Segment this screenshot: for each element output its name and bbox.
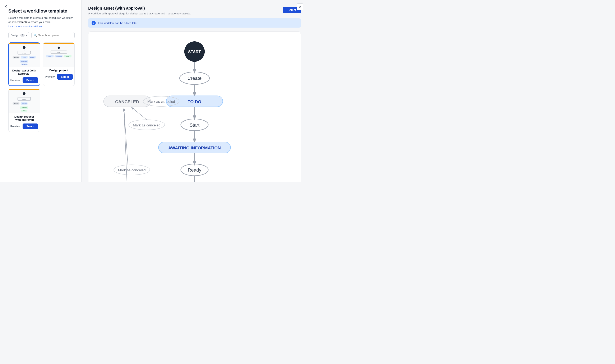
left-panel: ✕ Select a workflow template Select a te… <box>0 0 81 182</box>
select-button-design-request[interactable]: Select <box>23 123 38 129</box>
card-body-design-asset: Design asset (with approval) Preview Sel… <box>9 67 40 85</box>
mark-canceled-2-label: Mark as canceled <box>133 123 160 127</box>
category-filter-dropdown[interactable]: Design 3 ▾ <box>8 32 29 38</box>
svg-text:Request: Request <box>22 98 26 100</box>
ready-label: Ready <box>188 167 201 173</box>
svg-text:CANCELED: CANCELED <box>13 57 19 58</box>
svg-text:Stage: Stage <box>57 52 60 53</box>
search-input[interactable] <box>38 34 72 37</box>
svg-text:IN REVIEW: IN REVIEW <box>22 64 27 65</box>
template-cards-grid: Create CANCELED TO DO AWAITING IN PROGRE… <box>8 42 75 132</box>
svg-text:DONE: DONE <box>23 110 26 111</box>
card-preview-design-asset: Create CANCELED TO DO AWAITING IN PROGRE… <box>9 44 40 67</box>
info-icon: i <box>92 21 96 25</box>
start-action-label: Start <box>190 122 200 128</box>
filters-row: Design 3 ▾ 🔍 <box>8 32 75 38</box>
right-header: Design asset (with approval) A workflow … <box>88 6 301 15</box>
create-label: Create <box>187 76 202 81</box>
template-card-design-project[interactable]: Stage TO DO IN PROGRESS DONE Design proj… <box>43 42 75 86</box>
svg-text:IN PROGRESS: IN PROGRESS <box>21 61 27 62</box>
close-icon-left: ✕ <box>4 4 7 9</box>
close-button-right[interactable]: ✕ <box>297 3 303 10</box>
svg-text:TO DO: TO DO <box>23 57 26 58</box>
mark-canceled-1-label: Mark as canceled <box>147 100 175 104</box>
preview-button-design-project[interactable]: Preview <box>45 75 54 78</box>
template-card-design-request-approval[interactable]: Request CANCELED IN REVIEW APPROVED DONE… <box>8 89 40 132</box>
preview-button-design-request[interactable]: Preview <box>10 125 20 128</box>
preview-button-design-asset[interactable]: Preview <box>10 78 20 82</box>
card-preview-design-project: Stage TO DO IN PROGRESS DONE <box>43 44 75 67</box>
chevron-down-icon: ▾ <box>26 34 27 36</box>
select-button-design-asset[interactable]: Select <box>23 77 38 83</box>
right-panel-subtitle: A workflow with approval stage for desig… <box>88 12 191 15</box>
svg-text:TO DO: TO DO <box>48 56 51 57</box>
right-panel-title: Design asset (with approval) <box>88 6 191 11</box>
close-button-left[interactable]: ✕ <box>3 3 8 10</box>
svg-text:CANCELED: CANCELED <box>13 103 19 104</box>
svg-point-0 <box>23 46 26 49</box>
todo-label: TO DO <box>188 99 201 104</box>
card-actions-design-project: Preview Select <box>46 74 72 80</box>
svg-point-16 <box>58 46 60 49</box>
info-banner-text: This workflow can be edited later. <box>98 22 138 25</box>
right-panel: ✕ Design asset (with approval) A workflo… <box>81 0 308 182</box>
panel-title: Select a workflow template <box>8 8 75 14</box>
info-banner: i This workflow can be edited later. <box>88 18 301 27</box>
svg-point-27 <box>23 92 26 95</box>
svg-text:AWAITING: AWAITING <box>30 57 35 58</box>
mark-canceled-3-label: Mark as canceled <box>118 168 145 172</box>
search-box: 🔍 <box>31 32 75 38</box>
card-preview-design-request: Request CANCELED IN REVIEW APPROVED DONE <box>9 90 40 113</box>
panel-subtitle: Select a template to create a pre-config… <box>8 16 75 24</box>
close-icon-right: ✕ <box>299 5 301 9</box>
right-header-text: Design asset (with approval) A workflow … <box>88 6 191 15</box>
start-label: START <box>188 50 201 54</box>
svg-text:IN PROGRESS: IN PROGRESS <box>56 56 62 57</box>
card-body-design-project: Design project Preview Select <box>43 67 75 82</box>
svg-text:DONE: DONE <box>66 56 69 57</box>
modal-container: ✕ Select a workflow template Select a te… <box>0 0 308 182</box>
awaiting-label: AWAITING INFORMATION <box>168 145 221 150</box>
svg-text:Create: Create <box>22 52 26 53</box>
template-card-design-asset-approval[interactable]: Create CANCELED TO DO AWAITING IN PROGRE… <box>8 42 40 86</box>
workflow-preview-box: START Create TO DO CANCELED Mark as canc… <box>88 31 301 182</box>
filter-label: Design <box>11 34 19 37</box>
learn-more-link[interactable]: Learn more about workflows <box>8 25 75 28</box>
svg-line-42 <box>132 108 147 120</box>
card-title-design-asset: Design asset (with approval) <box>12 69 37 75</box>
card-actions-design-asset: Preview Select <box>12 77 37 83</box>
svg-text:APPROVED: APPROVED <box>22 107 27 108</box>
card-title-design-request: Design request (with approval) <box>12 115 37 121</box>
canceled-label: CANCELED <box>115 99 139 104</box>
card-body-design-request: Design request (with approval) Preview S… <box>9 113 40 132</box>
card-title-design-project: Design project <box>46 69 72 72</box>
svg-text:IN REVIEW: IN REVIEW <box>22 103 27 104</box>
workflow-diagram-svg: START Create TO DO CANCELED Mark as canc… <box>92 38 296 182</box>
search-icon: 🔍 <box>34 34 37 37</box>
select-button-design-project[interactable]: Select <box>57 74 73 80</box>
card-actions-design-request: Preview Select <box>12 123 37 129</box>
filter-count-badge: 3 <box>20 34 25 37</box>
